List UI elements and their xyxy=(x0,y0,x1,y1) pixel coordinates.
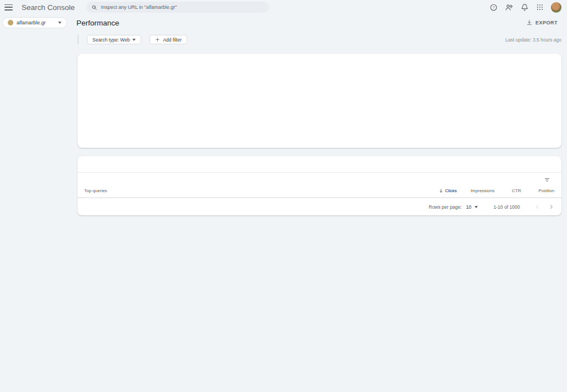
last-update-text: Last update: 3.5 hours ago xyxy=(506,37,561,43)
svg-text:?: ? xyxy=(493,5,495,9)
app-logo[interactable]: Search Console xyxy=(19,3,75,12)
chevron-down-icon xyxy=(58,22,61,24)
filter-toolbar: Search type: Web Add filter Last update:… xyxy=(78,35,561,44)
download-icon xyxy=(526,19,533,26)
performance-line-chart[interactable] xyxy=(78,54,561,141)
apps-grid-icon[interactable] xyxy=(536,3,544,11)
chevron-down-icon xyxy=(475,206,478,208)
page-title: Performance xyxy=(76,19,119,27)
sort-descending-icon xyxy=(439,188,444,193)
page-header: alfamarble.gr Performance EXPORT xyxy=(0,14,567,31)
column-header-ctr[interactable]: CTR xyxy=(494,188,521,193)
top-app-bar: Search Console ? xyxy=(0,0,567,14)
plus-icon xyxy=(155,37,160,42)
help-icon[interactable]: ? xyxy=(489,3,498,12)
chevron-down-icon xyxy=(132,39,136,41)
rows-per-page-label: Rows per page: xyxy=(429,204,462,210)
add-filter-button[interactable]: Add filter xyxy=(150,35,187,44)
table-header-row: Top queries Clicks Impressions CTR Posit… xyxy=(78,184,561,198)
main-content: Search type: Web Add filter Last update:… xyxy=(78,31,567,223)
property-name: alfamarble.gr xyxy=(17,20,46,25)
search-icon xyxy=(91,4,97,11)
notifications-bell-icon[interactable] xyxy=(520,3,529,12)
property-selector[interactable]: alfamarble.gr xyxy=(2,17,67,28)
previous-page-icon[interactable] xyxy=(534,204,540,210)
dimension-tabs xyxy=(78,156,561,173)
performance-chart-card xyxy=(78,54,561,148)
search-type-filter[interactable]: Search type: Web xyxy=(87,35,141,44)
product-name: Search Console xyxy=(22,3,75,12)
manage-users-icon[interactable] xyxy=(505,3,513,12)
pagination-range: 1-10 of 1000 xyxy=(493,204,520,210)
rows-per-page-select[interactable]: 10 xyxy=(466,204,478,210)
export-button[interactable]: EXPORT xyxy=(526,19,558,26)
sidebar-nav xyxy=(0,31,78,34)
date-range-selector xyxy=(78,35,79,44)
topbar-actions: ? xyxy=(489,2,561,13)
next-page-icon[interactable] xyxy=(548,204,554,210)
url-inspection-searchbox[interactable] xyxy=(86,2,269,13)
property-favicon xyxy=(8,20,13,25)
column-header-clicks[interactable]: Clicks xyxy=(396,188,457,193)
hamburger-menu-icon[interactable] xyxy=(4,4,13,11)
chart-x-axis-labels xyxy=(78,141,561,148)
dimensions-table-card: Top queries Clicks Impressions CTR Posit… xyxy=(78,156,561,215)
search-input[interactable] xyxy=(101,4,264,10)
table-pagination: Rows per page: 10 1-10 of 1000 xyxy=(78,198,561,215)
table-filter-icon[interactable] xyxy=(544,177,550,183)
column-header-position[interactable]: Position xyxy=(521,188,554,193)
avatar[interactable] xyxy=(551,2,561,13)
column-header-impressions[interactable]: Impressions xyxy=(457,188,494,193)
column-header-top-queries[interactable]: Top queries xyxy=(84,188,396,193)
